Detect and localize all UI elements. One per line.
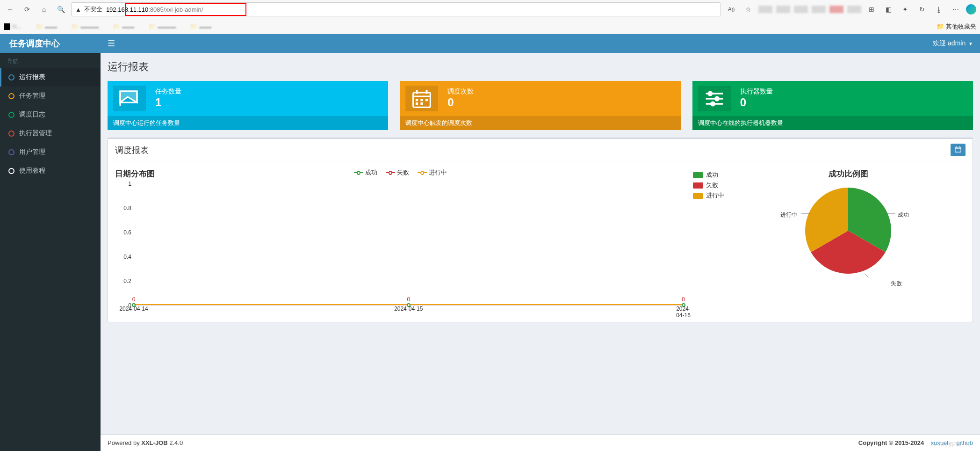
legend-label: 成功 — [706, 171, 718, 179]
pie-legend-item[interactable]: 进行中 — [693, 191, 724, 200]
svg-rect-17 — [955, 147, 961, 153]
legend-item[interactable]: 进行中 — [418, 168, 447, 177]
nav-label: 使用教程 — [19, 167, 45, 175]
other-bookmarks-label: 其他收藏夹 — [946, 22, 976, 31]
sidebar-item-1[interactable]: 任务管理 — [0, 87, 101, 105]
sidebar: 任务调度中心 导航 运行报表任务管理调度日志执行器管理用户管理使用教程 — [0, 34, 101, 451]
pie-label-fail: 失败 — [891, 280, 902, 288]
legend-item[interactable]: 成功 — [354, 168, 377, 177]
card-footer: 调度中心运行的任务数量 — [108, 116, 388, 130]
pie-legend-item[interactable]: 成功 — [693, 171, 724, 179]
footer: Powered by XXL-JOB 2.4.0 Copyright © 201… — [101, 434, 980, 451]
nav-header: 导航 — [0, 53, 101, 68]
product-name: XXL-JOB — [141, 439, 167, 446]
legend-label: 进行中 — [706, 191, 724, 200]
data-label: 0 — [132, 296, 136, 303]
url-bar[interactable]: ▲ 不安全 192.168.11.110:8085/xxl-job-admin/ — [71, 2, 721, 16]
security-label: 不安全 — [84, 5, 102, 14]
y-tick: 0.4 — [123, 254, 131, 260]
copyright-label: Copyright © 2015-2024 — [858, 439, 924, 446]
downloads-icon[interactable]: ⭳ — [932, 3, 945, 16]
stat-card-2[interactable]: 执行器数量 0 调度中心在线的执行器机器数量 — [692, 81, 973, 130]
card-icon — [113, 86, 146, 111]
caret-down-icon: ▼ — [968, 41, 973, 46]
bookmark-item[interactable]: 📁▬▬▬ — [71, 23, 99, 30]
sidebar-item-0[interactable]: 运行报表 — [0, 68, 101, 87]
card-footer: 调度中心在线的执行器机器数量 — [692, 116, 973, 130]
more-icon[interactable]: ⋯ — [949, 3, 962, 16]
bookmark-item[interactable]: 📁▬▬ — [190, 23, 211, 30]
nav-circle-icon — [8, 149, 14, 155]
data-label: 0 — [407, 296, 410, 303]
card-label: 执行器数量 — [740, 87, 967, 96]
pie-label-success: 成功 — [898, 211, 909, 219]
powered-by-label: Powered by — [108, 439, 141, 446]
line-chart-area: 日期分布图 成功失败进行中 00.20.40.60.81 0 — [115, 168, 684, 315]
ext-blur-3 — [794, 6, 808, 13]
nav-circle-icon — [8, 131, 14, 137]
nav-label: 用户管理 — [19, 148, 45, 156]
card-footer: 调度中心触发的调度次数 — [400, 116, 680, 130]
sidebar-item-5[interactable]: 使用教程 — [0, 161, 101, 180]
user-menu[interactable]: 欢迎 admin ▼ — [933, 39, 973, 48]
card-value: 1 — [155, 96, 382, 109]
card-icon — [405, 86, 438, 111]
bookmark-bar: N... 📁▬▬ 📁▬▬▬ 📁▬▬ 📁▬▬▬ 📁▬▬ 📁 其他收藏夹 — [0, 19, 980, 34]
x-tick: 2024-04-14 — [119, 306, 148, 312]
version-label: 2.4.0 — [169, 439, 183, 446]
nav-label: 执行器管理 — [19, 129, 52, 138]
favorites-bar-icon[interactable]: ✦ — [899, 3, 912, 16]
history-icon[interactable]: ↻ — [915, 3, 929, 16]
bookmark-item[interactable]: 📁▬▬ — [36, 23, 57, 30]
legend-swatch — [693, 193, 703, 199]
url-port: :8085 — [148, 6, 164, 13]
line-chart-title: 日期分布图 — [115, 168, 155, 179]
svg-rect-9 — [416, 102, 418, 104]
x-tick: 2024-04-15 — [394, 306, 423, 312]
svg-point-14 — [708, 92, 712, 95]
insecure-icon: ▲ — [75, 6, 81, 13]
legend-swatch — [693, 172, 703, 178]
watermark: CSDN @Rh116 — [931, 441, 971, 448]
svg-point-16 — [711, 102, 714, 105]
read-aloud-icon[interactable]: A)) — [725, 3, 738, 16]
card-label: 调度次数 — [447, 87, 675, 96]
legend-label: 失败 — [397, 168, 409, 177]
line-chart: 00.20.40.60.81 0 0 0 2024-04-142024-04-1 — [115, 184, 684, 315]
url-host: 192.168.11.110 — [106, 6, 148, 13]
refresh-icon[interactable]: ⟳ — [21, 3, 34, 16]
pie-legend-item[interactable]: 失败 — [693, 181, 724, 189]
extensions-icon[interactable]: ⊞ — [865, 3, 878, 16]
svg-line-22 — [865, 274, 877, 277]
bookmark-item[interactable]: 📁▬▬▬ — [148, 23, 176, 30]
page-title: 运行报表 — [108, 60, 973, 74]
bookmark-item[interactable]: 📁▬▬ — [113, 23, 134, 30]
brand[interactable]: 任务调度中心 — [0, 34, 101, 53]
nav-circle-icon — [8, 74, 14, 80]
sidebar-item-4[interactable]: 用户管理 — [0, 143, 101, 161]
topbar: ☰ 欢迎 admin ▼ — [101, 34, 980, 53]
y-tick: 0.8 — [123, 205, 131, 211]
other-bookmarks[interactable]: 📁 其他收藏夹 — [937, 22, 976, 31]
collections-icon[interactable]: ◧ — [882, 3, 895, 16]
legend-label: 失败 — [706, 181, 718, 189]
svg-rect-6 — [416, 99, 418, 101]
sidebar-item-3[interactable]: 执行器管理 — [0, 124, 101, 143]
bookmark-item[interactable]: N... — [4, 23, 22, 30]
stat-card-0[interactable]: 任务数量 1 调度中心运行的任务数量 — [108, 81, 388, 130]
favorite-icon[interactable]: ☆ — [742, 3, 755, 16]
ext-blur-5 — [829, 6, 843, 13]
sidebar-item-2[interactable]: 调度日志 — [0, 105, 101, 124]
hamburger-icon[interactable]: ☰ — [108, 38, 115, 49]
calendar-button[interactable] — [951, 144, 966, 156]
home-icon[interactable]: ⌂ — [37, 3, 50, 16]
svg-rect-10 — [421, 102, 423, 104]
back-icon[interactable]: ← — [4, 3, 17, 16]
ext-blur-4 — [812, 6, 826, 13]
copilot-icon[interactable] — [966, 4, 976, 15]
stat-card-1[interactable]: 调度次数 0 调度中心触发的调度次数 — [400, 81, 680, 130]
search-icon[interactable]: 🔍 — [54, 3, 67, 16]
legend-item[interactable]: 失败 — [386, 168, 409, 177]
y-tick: 1 — [128, 181, 131, 187]
ext-blur-2 — [776, 6, 790, 13]
